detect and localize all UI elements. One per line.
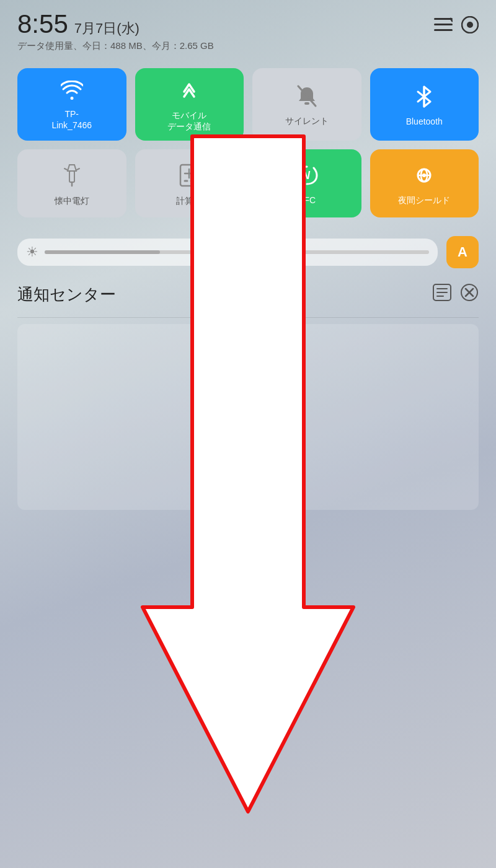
mobile-data-icon	[179, 79, 200, 105]
qs-tile-bluetooth[interactable]: Bluetooth	[370, 68, 479, 141]
qs-tile-silent[interactable]: サイレント	[252, 68, 361, 141]
notification-divider	[17, 317, 479, 318]
svg-rect-6	[304, 102, 309, 105]
qs-tile-mobile[interactable]: モバイルデータ通信	[135, 68, 244, 141]
brightness-bar-container[interactable]: ☀	[17, 239, 438, 266]
night-shield-icon	[413, 164, 435, 190]
auto-brightness-label: A	[458, 244, 467, 260]
qs-row-2: 懐中電灯 計算機	[17, 149, 479, 217]
calculator-label: 計算機	[176, 195, 202, 206]
quick-settings: TP-Link_7466 モバイルデータ通信 サイレント	[0, 56, 496, 232]
notification-section: 通知センター	[0, 274, 496, 510]
night-shield-label: 夜間シールド	[398, 195, 450, 206]
svg-rect-2	[434, 29, 453, 31]
notification-center-title: 通知センター	[17, 284, 116, 305]
mobile-data-label: モバイルデータ通信	[167, 110, 211, 132]
svg-line-14	[77, 169, 79, 170]
status-right	[434, 11, 479, 38]
qs-tile-wifi[interactable]: TP-Link_7466	[17, 68, 126, 141]
svg-text:N: N	[302, 169, 311, 182]
calculator-icon	[179, 164, 200, 190]
notification-header: 通知センター	[17, 274, 479, 312]
time-display: 8:55	[17, 11, 68, 37]
wifi-icon	[61, 81, 83, 103]
brightness-icon: ☀	[26, 244, 38, 260]
status-bar: 8:55 7月7日(水) データ使用量、今日：488 MB、今月：2.65 GB	[0, 0, 496, 56]
brightness-fill	[45, 250, 160, 254]
flashlight-label: 懐中電灯	[55, 195, 89, 206]
svg-line-13	[64, 169, 67, 170]
bluetooth-icon	[415, 84, 433, 111]
svg-point-5	[467, 22, 473, 28]
auto-brightness-button[interactable]: A	[446, 236, 479, 268]
notification-actions	[433, 283, 479, 306]
svg-rect-1	[434, 24, 453, 25]
qs-tile-nfc[interactable]: N NFC	[252, 149, 361, 217]
notification-clear-icon[interactable]	[460, 283, 479, 306]
menu-icon[interactable]	[434, 17, 453, 37]
bluetooth-label: Bluetooth	[406, 116, 443, 127]
notification-empty-area	[17, 324, 479, 510]
svg-rect-11	[69, 171, 74, 182]
notification-manage-icon[interactable]	[433, 284, 451, 305]
data-usage-text: データ使用量、今日：488 MB、今月：2.65 GB	[17, 40, 214, 52]
silent-icon	[297, 85, 317, 110]
wifi-label: TP-Link_7466	[51, 108, 92, 131]
date-display: 7月7日(水)	[74, 19, 140, 38]
nfc-icon: N	[296, 164, 318, 190]
silent-label: サイレント	[285, 115, 329, 126]
brightness-slider[interactable]	[45, 250, 429, 254]
time-date: 8:55 7月7日(水)	[17, 11, 214, 38]
nfc-label: NFC	[298, 195, 316, 206]
settings-icon[interactable]	[461, 16, 479, 38]
svg-point-26	[422, 173, 426, 177]
qs-tile-calculator[interactable]: 計算機	[135, 149, 244, 217]
status-left: 8:55 7月7日(水) データ使用量、今日：488 MB、今月：2.65 GB	[17, 11, 214, 52]
qs-tile-flashlight[interactable]: 懐中電灯	[17, 149, 126, 217]
brightness-row: ☀ A	[0, 236, 496, 268]
qs-tile-nightshield[interactable]: 夜間シールド	[370, 149, 479, 217]
flashlight-icon	[63, 164, 81, 190]
qs-row-1: TP-Link_7466 モバイルデータ通信 サイレント	[17, 68, 479, 141]
